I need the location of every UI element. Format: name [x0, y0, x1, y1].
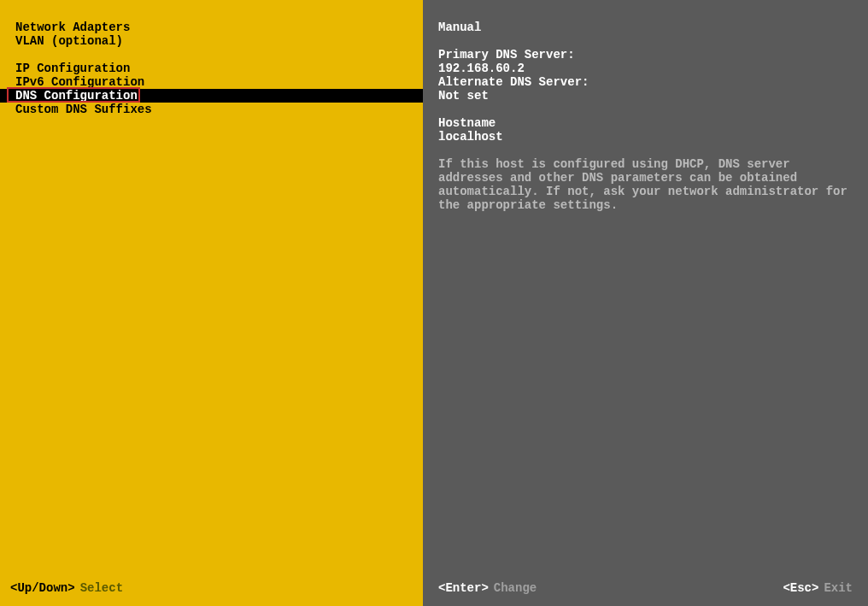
menu-group-1: Network Adapters VLAN (optional) — [0, 21, 423, 48]
footer: <Up/Down>Select <Enter>Change <Esc>Exit — [0, 570, 868, 606]
menu-item-ip-config[interactable]: IP Configuration — [0, 62, 423, 75]
hostname-label: Hostname — [438, 116, 853, 130]
dns-mode: Manual — [438, 21, 853, 34]
enter-key: <Enter> — [438, 581, 489, 595]
mode-block: Manual — [438, 21, 853, 34]
hostname-block: Hostname localhost — [438, 116, 853, 144]
menu-item-vlan[interactable]: VLAN (optional) — [0, 34, 423, 48]
primary-dns-value: 192.168.60.2 — [438, 62, 853, 75]
menu-item-custom-dns-suffixes[interactable]: Custom DNS Suffixes — [0, 103, 423, 116]
menu-panel: Network Adapters VLAN (optional) IP Conf… — [0, 0, 423, 570]
enter-hint: <Enter>Change — [438, 581, 537, 595]
esc-key: <Esc> — [783, 581, 818, 595]
enter-action: Change — [494, 581, 537, 595]
esc-hint: <Esc>Exit — [783, 581, 853, 595]
servers-block: Primary DNS Server: 192.168.60.2 Alterna… — [438, 48, 853, 103]
alternate-dns-label: Alternate DNS Server: — [438, 75, 853, 89]
details-panel: Manual Primary DNS Server: 192.168.60.2 … — [423, 0, 868, 570]
footer-left: <Up/Down>Select — [0, 570, 423, 606]
alternate-dns-value: Not set — [438, 89, 853, 103]
footer-right: <Enter>Change <Esc>Exit — [423, 570, 868, 606]
hostname-value: localhost — [438, 130, 853, 144]
menu-item-network-adapters[interactable]: Network Adapters — [0, 21, 423, 34]
menu-item-ipv6-config[interactable]: IPv6 Configuration — [0, 75, 423, 89]
updown-hint: <Up/Down>Select — [10, 581, 123, 595]
updown-action: Select — [80, 581, 123, 595]
main-area: Network Adapters VLAN (optional) IP Conf… — [0, 0, 868, 570]
esc-action: Exit — [824, 581, 853, 595]
primary-dns-label: Primary DNS Server: — [438, 48, 853, 62]
updown-key: <Up/Down> — [10, 581, 75, 595]
menu-item-dns-config[interactable]: DNS Configuration — [0, 89, 423, 103]
help-text: If this host is configured using DHCP, D… — [438, 157, 853, 212]
menu-group-2: IP Configuration IPv6 Configuration DNS … — [0, 62, 423, 116]
